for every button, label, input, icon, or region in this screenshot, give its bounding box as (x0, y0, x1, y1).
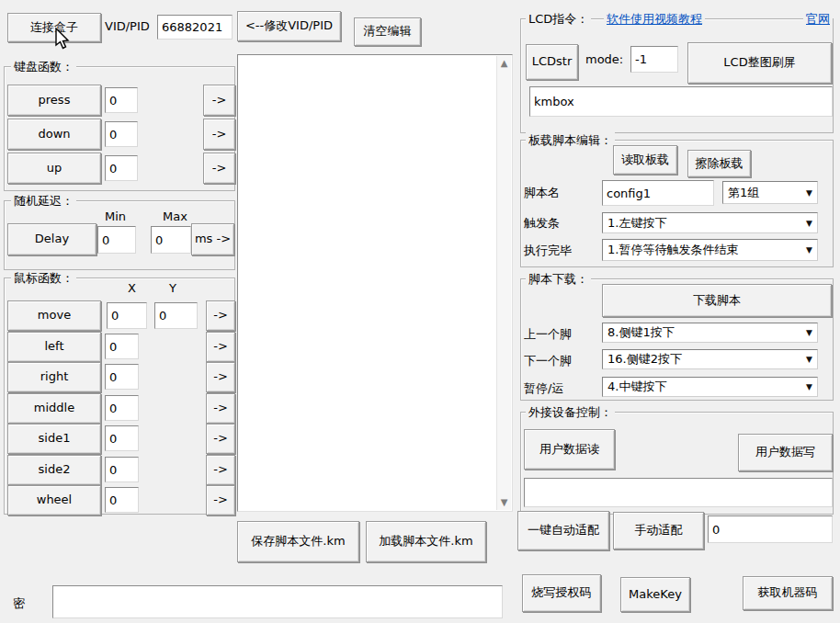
right-send-button[interactable]: -> (206, 362, 235, 392)
side1-button[interactable]: side1 (7, 424, 101, 454)
trigger-selected: 1.左键按下 (607, 215, 666, 232)
lcd-refresh-button[interactable]: LCD整图刷屏 (687, 42, 832, 84)
makekey-button[interactable]: MakeKey (620, 577, 690, 612)
up-value-input[interactable] (105, 155, 138, 181)
next-script-label: 下一个脚 (524, 353, 572, 369)
up-button[interactable]: up (7, 153, 101, 184)
script-group-selected: 第1组 (728, 185, 759, 201)
external-group-title: 外接设备控制： (526, 404, 615, 421)
user-data-read-button[interactable]: 用户数据读 (524, 429, 615, 470)
scroll-up-icon[interactable]: ▲ (497, 56, 511, 71)
delay-send-button[interactable]: ms -> (191, 223, 234, 255)
get-machine-code-button[interactable]: 获取机器码 (743, 576, 833, 610)
user-data-write-button[interactable]: 用户数据写 (738, 434, 833, 471)
trigger-label: 触发条 (524, 215, 560, 232)
down-send-button[interactable]: -> (203, 119, 235, 150)
chevron-down-icon[interactable]: ▼ (806, 382, 812, 391)
next-script-select[interactable]: 16.侧键2按下 ▼ (602, 349, 818, 369)
chevron-down-icon[interactable]: ▼ (806, 355, 812, 364)
prev-script-label: 上一个脚 (524, 326, 572, 343)
password-input[interactable] (52, 585, 503, 618)
burn-license-button[interactable]: 烧写授权码 (522, 574, 601, 612)
side1-send-button[interactable]: -> (206, 424, 235, 454)
script-editor-area[interactable]: ▲ ▼ (237, 54, 513, 512)
move-x-input[interactable] (107, 302, 147, 329)
pause-run-label: 暂停/运 (524, 380, 563, 397)
min-label: Min (105, 210, 126, 223)
chevron-down-icon[interactable]: ▼ (806, 188, 812, 198)
editor-scrollbar[interactable]: ▲ ▼ (496, 56, 511, 510)
left-send-button[interactable]: -> (206, 332, 235, 362)
lcd-text-input[interactable] (529, 86, 833, 117)
side2-send-button[interactable]: -> (206, 455, 235, 485)
press-button[interactable]: press (7, 85, 101, 116)
move-send-button[interactable]: -> (206, 300, 235, 331)
prev-script-selected: 8.侧键1按下 (607, 324, 675, 341)
press-value-input[interactable] (105, 87, 138, 113)
left-button[interactable]: left (7, 332, 101, 362)
vid-pid-label: VID/PID (105, 19, 150, 33)
right-button[interactable]: right (7, 362, 101, 392)
scroll-down-icon[interactable]: ▼ (497, 495, 511, 510)
vid-pid-input[interactable] (157, 15, 233, 40)
pause-run-selected: 4.中键按下 (607, 379, 666, 395)
load-script-file-button[interactable]: 加载脚本文件.km (366, 521, 486, 562)
user-data-input[interactable] (524, 478, 833, 507)
x-label: X (128, 281, 136, 295)
read-onboard-button[interactable]: 读取板载 (613, 145, 677, 175)
finish-selected: 1.暂停等待触发条件结束 (607, 242, 738, 258)
script-editor-content (242, 57, 494, 509)
wheel-send-button[interactable]: -> (206, 485, 235, 515)
pause-run-select[interactable]: 4.中键按下 ▼ (602, 377, 818, 397)
move-button[interactable]: move (7, 300, 101, 331)
connect-box-button[interactable]: 连接盒子 (7, 13, 101, 42)
left-value-input[interactable] (105, 334, 139, 359)
next-script-selected: 16.侧键2按下 (607, 351, 682, 368)
finish-select[interactable]: 1.暂停等待触发条件结束 ▼ (602, 239, 818, 261)
manual-adapt-button[interactable]: 手动适配 (613, 512, 704, 549)
official-site-link[interactable]: 官网 (803, 11, 833, 28)
up-send-button[interactable]: -> (203, 153, 235, 184)
move-y-input[interactable] (154, 302, 198, 329)
chevron-down-icon[interactable]: ▼ (806, 245, 812, 255)
prev-script-select[interactable]: 8.侧键1按下 ▼ (602, 323, 818, 343)
lcdstr-button[interactable]: LCDstr (526, 44, 578, 80)
wheel-value-input[interactable] (105, 487, 139, 513)
mouse-group-title: 鼠标函数： (11, 270, 76, 287)
down-button[interactable]: down (7, 119, 101, 150)
save-script-file-button[interactable]: 保存脚本文件.km (237, 521, 359, 562)
press-send-button[interactable]: -> (203, 85, 235, 116)
erase-onboard-button[interactable]: 擦除板载 (687, 150, 751, 177)
right-value-input[interactable] (105, 364, 139, 390)
wheel-button[interactable]: wheel (7, 485, 101, 515)
auto-adapt-button[interactable]: 一键自动适配 (517, 511, 609, 550)
max-label: Max (163, 210, 187, 223)
password-label: 密 (13, 595, 25, 612)
script-group-select[interactable]: 第1组 ▼ (722, 181, 818, 204)
finish-label: 执行完毕 (524, 243, 572, 259)
download-script-button[interactable]: 下载脚本 (602, 284, 832, 317)
chevron-down-icon[interactable]: ▼ (806, 328, 812, 337)
middle-button[interactable]: middle (7, 393, 101, 424)
mode-input[interactable] (630, 46, 678, 73)
down-value-input[interactable] (105, 121, 138, 147)
clear-editor-button[interactable]: 清空编辑 (354, 17, 421, 46)
script-name-label: 脚本名 (524, 185, 560, 201)
middle-value-input[interactable] (105, 395, 139, 421)
delay-max-input[interactable] (151, 226, 191, 254)
delay-min-input[interactable] (97, 226, 136, 254)
trigger-select[interactable]: 1.左键按下 ▼ (602, 212, 818, 233)
script-name-input[interactable] (602, 180, 714, 206)
keyboard-group-title: 键盘函数： (11, 59, 76, 75)
side2-value-input[interactable] (105, 457, 139, 482)
adapt-value-input[interactable] (708, 515, 833, 543)
side2-button[interactable]: side2 (7, 455, 101, 485)
delay-button[interactable]: Delay (7, 223, 96, 255)
mode-label: mode: (585, 52, 623, 66)
side1-value-input[interactable] (105, 425, 139, 451)
y-label: Y (169, 281, 176, 295)
tutorial-link[interactable]: 软件使用视频教程 (604, 11, 705, 28)
middle-send-button[interactable]: -> (206, 393, 235, 424)
chevron-down-icon[interactable]: ▼ (806, 219, 812, 228)
modify-vid-pid-button[interactable]: <--修改VID/PID (237, 11, 341, 41)
